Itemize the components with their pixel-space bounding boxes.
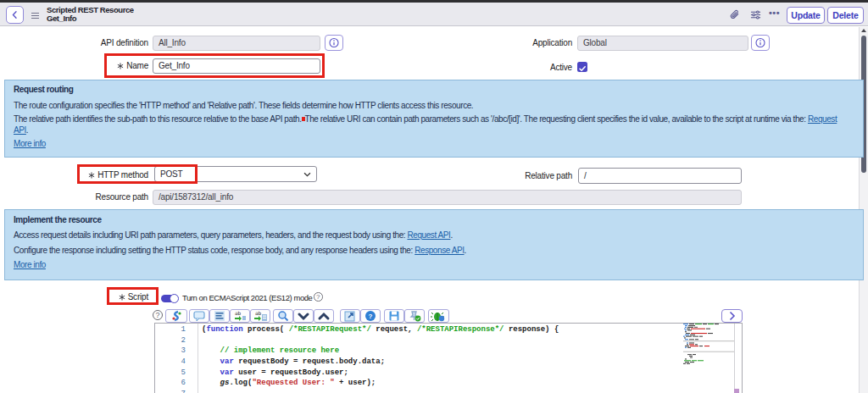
svg-text:ab: ab xyxy=(255,310,262,316)
svg-text:?: ? xyxy=(369,313,373,320)
svg-text:ab: ab xyxy=(235,310,242,316)
